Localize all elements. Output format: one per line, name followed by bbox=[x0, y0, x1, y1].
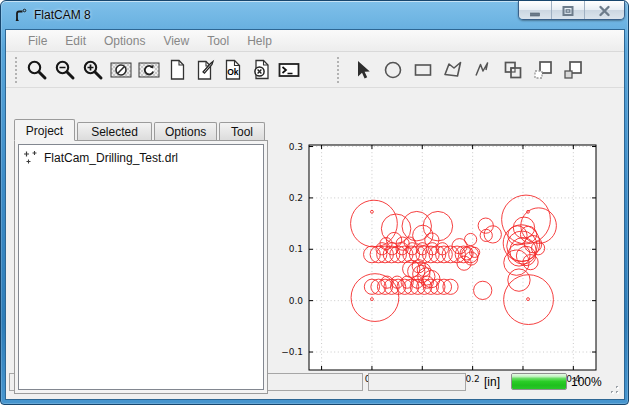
polygon-tool-button[interactable] bbox=[439, 56, 467, 84]
zoom-fit-icon bbox=[25, 58, 49, 82]
pointer-icon bbox=[351, 58, 375, 82]
progress-fill bbox=[512, 374, 566, 389]
save-object-button[interactable]: Ok bbox=[219, 56, 247, 84]
menu-edit[interactable]: Edit bbox=[56, 31, 95, 51]
titlebar[interactable]: FlatCAM 8 bbox=[1, 1, 629, 30]
toolbar-handle[interactable] bbox=[337, 57, 340, 83]
select-tool-button[interactable] bbox=[349, 56, 377, 84]
svg-text:0.0: 0.0 bbox=[289, 296, 304, 306]
edit-document-icon bbox=[193, 58, 217, 82]
progress-percent-label: 100% bbox=[571, 375, 602, 389]
svg-text:Ok: Ok bbox=[227, 67, 239, 77]
move-objects-icon bbox=[561, 58, 585, 82]
tab-options[interactable]: Options bbox=[154, 122, 217, 140]
status-secondary-box bbox=[368, 373, 466, 391]
menubar: File Edit Options View Tool Help bbox=[6, 30, 624, 52]
close-icon bbox=[598, 5, 611, 17]
polyline-icon bbox=[471, 58, 495, 82]
progress-bar bbox=[511, 373, 567, 390]
project-tree[interactable]: FlatCam_Drilling_Test.drl bbox=[18, 144, 264, 390]
new-geometry-button[interactable] bbox=[163, 56, 191, 84]
clear-plot-icon bbox=[109, 58, 133, 82]
zoom-in-icon bbox=[81, 58, 105, 82]
tab-tool[interactable]: Tool bbox=[219, 122, 265, 140]
rectangle-icon bbox=[411, 58, 435, 82]
shell-button[interactable] bbox=[275, 56, 303, 84]
move-tool-button[interactable] bbox=[559, 56, 587, 84]
toolbar-handle[interactable] bbox=[15, 57, 18, 83]
replot-button[interactable] bbox=[135, 56, 163, 84]
union-icon bbox=[501, 58, 525, 82]
menu-tool[interactable]: Tool bbox=[198, 31, 238, 51]
terminal-icon bbox=[277, 58, 301, 82]
app-window: FlatCAM 8 File Ed bbox=[0, 0, 629, 405]
flatcam-app-icon bbox=[12, 7, 28, 23]
units-label: [in] bbox=[484, 375, 500, 389]
path-tool-button[interactable] bbox=[469, 56, 497, 84]
zoom-fit-button[interactable] bbox=[23, 56, 51, 84]
toolbar: Ok bbox=[6, 52, 624, 88]
tree-item-drill-file[interactable]: FlatCam_Drilling_Test.drl bbox=[21, 149, 261, 166]
drill-marks-icon bbox=[23, 150, 38, 165]
resize-grip[interactable] bbox=[606, 381, 620, 395]
clear-plot-button[interactable] bbox=[107, 56, 135, 84]
project-tab-panel: FlatCam_Drilling_Test.drl bbox=[14, 140, 268, 394]
minimize-button[interactable] bbox=[519, 1, 552, 20]
svg-text:0.1: 0.1 bbox=[289, 244, 303, 254]
svg-text:0.2: 0.2 bbox=[289, 193, 303, 203]
menu-view[interactable]: View bbox=[154, 31, 198, 51]
minimize-icon bbox=[529, 5, 541, 17]
close-button[interactable] bbox=[585, 1, 624, 20]
caption-buttons bbox=[518, 1, 625, 20]
replot-icon bbox=[137, 58, 161, 82]
svg-text:0.3: 0.3 bbox=[289, 142, 303, 152]
polygon-icon bbox=[441, 58, 465, 82]
window-title: FlatCAM 8 bbox=[34, 8, 91, 22]
maximize-button[interactable] bbox=[552, 1, 585, 20]
copy-objects-icon bbox=[531, 58, 555, 82]
circle-tool-button[interactable] bbox=[379, 56, 407, 84]
rectangle-tool-button[interactable] bbox=[409, 56, 437, 84]
client-area: File Edit Options View Tool Help bbox=[6, 30, 624, 399]
editor-button[interactable] bbox=[191, 56, 219, 84]
delete-document-icon bbox=[249, 58, 273, 82]
copy-tool-button[interactable] bbox=[529, 56, 557, 84]
tab-project[interactable]: Project bbox=[14, 119, 75, 141]
tree-item-label: FlatCam_Drilling_Test.drl bbox=[44, 151, 178, 165]
tab-selected[interactable]: Selected bbox=[77, 122, 152, 140]
zoom-out-icon bbox=[53, 58, 77, 82]
maximize-icon bbox=[562, 5, 574, 17]
menu-file[interactable]: File bbox=[19, 31, 56, 51]
menu-options[interactable]: Options bbox=[95, 31, 154, 51]
menu-help[interactable]: Help bbox=[238, 31, 281, 51]
zoom-out-button[interactable] bbox=[51, 56, 79, 84]
svg-text:−0.1: −0.1 bbox=[281, 347, 303, 357]
union-tool-button[interactable] bbox=[499, 56, 527, 84]
new-document-icon bbox=[165, 58, 189, 82]
circle-icon bbox=[381, 58, 405, 82]
plot-canvas[interactable]: −0.10.00.10.20.30.4−0.10.00.10.20.3 bbox=[273, 130, 627, 396]
delete-button[interactable] bbox=[247, 56, 275, 84]
zoom-in-button[interactable] bbox=[79, 56, 107, 84]
ok-document-icon: Ok bbox=[221, 58, 245, 82]
